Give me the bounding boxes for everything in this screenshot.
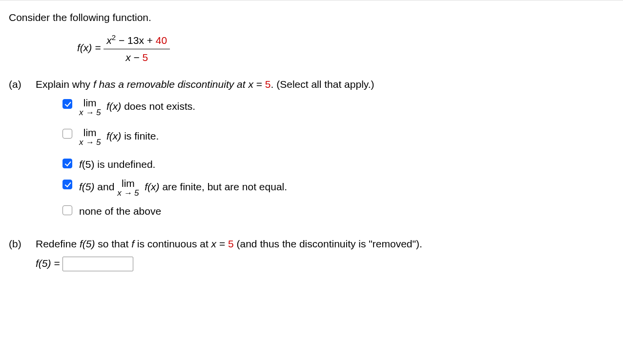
pb-f5: f(5) xyxy=(80,238,95,249)
num-x: x xyxy=(106,35,112,46)
option-text-0: limx → 5 f(x) does not exists. xyxy=(79,98,195,117)
function-definition: f(x) = x2 − 13x + 40 x − 5 xyxy=(9,33,614,64)
pb-3: is continuous at xyxy=(134,238,211,249)
part-b-label: (b) xyxy=(9,237,36,251)
checkbox-1[interactable] xyxy=(62,129,72,139)
fraction: x2 − 13x + 40 x − 5 xyxy=(104,33,170,64)
checkbox-0[interactable] xyxy=(62,99,72,109)
checkbox-3[interactable] xyxy=(62,180,72,189)
denominator: x − 5 xyxy=(104,49,170,64)
part-a: (a) Explain why f has a removable discon… xyxy=(9,77,614,218)
pb-2: so that xyxy=(95,238,131,249)
func-lhs: f(x) = xyxy=(77,42,104,54)
num-red: 40 xyxy=(156,35,167,46)
den-x: x − xyxy=(125,52,142,63)
option-text-2: f(5) is undefined. xyxy=(79,157,155,171)
numerator: x2 − 13x + 40 xyxy=(104,33,170,49)
pa-val: 5 xyxy=(265,79,271,90)
option-row-1: limx → 5 f(x) is finite. xyxy=(62,127,614,146)
pb-4: (and thus the discontinuity is "removed"… xyxy=(234,238,422,249)
num-exp: 2 xyxy=(112,33,116,41)
answer-input[interactable] xyxy=(62,257,133,271)
pa-before: Explain why xyxy=(36,79,93,90)
answer-lhs: f(5) = xyxy=(36,258,62,269)
option-text-4: none of the above xyxy=(79,204,161,218)
part-a-label: (a) xyxy=(9,77,36,218)
pb-1: Redefine xyxy=(36,238,80,249)
intro-text: Consider the following function. xyxy=(9,10,614,24)
pa-fhas: f has a removable discontinuity at xyxy=(93,79,249,90)
part-a-prompt: Explain why f has a removable discontinu… xyxy=(36,77,614,218)
options-list: limx → 5 f(x) does not exists.limx → 5 f… xyxy=(36,98,614,219)
pa-x: x xyxy=(248,79,253,90)
option-row-0: limx → 5 f(x) does not exists. xyxy=(62,98,614,117)
pb-eq: = xyxy=(216,238,228,249)
part-b: (b) Redefine f(5) so that f is continuou… xyxy=(9,237,614,251)
option-text-3: f(5) and limx → 5 f(x) are finite, but a… xyxy=(79,178,287,197)
checkbox-2[interactable] xyxy=(62,159,72,168)
pb-x: x xyxy=(211,238,217,249)
checkbox-4[interactable] xyxy=(62,205,72,215)
num-rest: − 13x + xyxy=(116,35,156,46)
pb-val: 5 xyxy=(228,238,234,249)
den-red: 5 xyxy=(143,52,148,63)
option-text-1: limx → 5 f(x) is finite. xyxy=(79,127,159,146)
option-row-3: f(5) and limx → 5 f(x) are finite, but a… xyxy=(62,178,614,197)
option-row-4: none of the above xyxy=(62,204,614,218)
pa-eq: = xyxy=(253,79,265,90)
pa-after: . (Select all that apply.) xyxy=(271,79,374,90)
part-b-prompt: Redefine f(5) so that f is continuous at… xyxy=(36,237,614,251)
option-row-2: f(5) is undefined. xyxy=(62,157,614,171)
part-b-answer-line: f(5) = xyxy=(9,256,614,271)
